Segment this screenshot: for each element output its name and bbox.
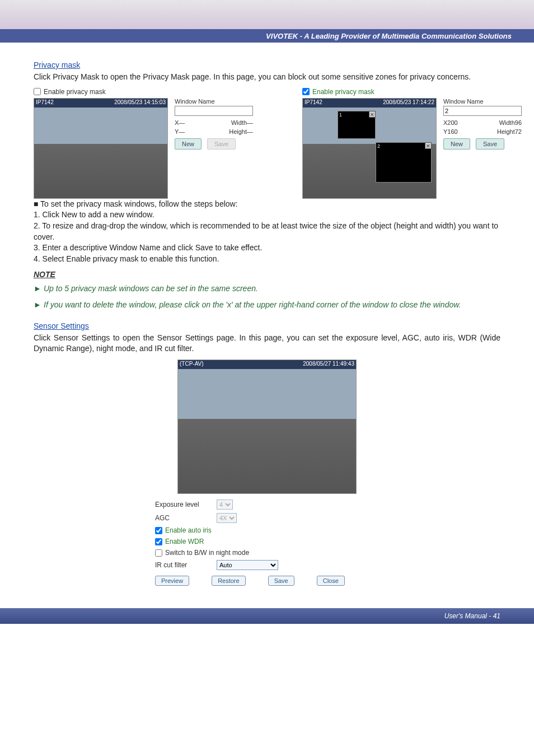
exposure-select[interactable]: 4	[217, 500, 233, 510]
save-button[interactable]: Save	[268, 576, 294, 586]
pm-w-left: Width—	[231, 119, 253, 126]
pm-timestamp-left: 2008/05/23 14:15:03	[114, 99, 166, 107]
pm-step-3: 3. Enter a descriptive Window Name and c…	[34, 242, 500, 254]
auto-iris-checkbox[interactable]	[155, 527, 162, 534]
auto-iris-label: Enable auto iris	[165, 526, 212, 534]
pm-step-2: 2. To resize and drag-drop the window, w…	[34, 221, 500, 242]
exposure-label: Exposure level	[155, 501, 217, 508]
mask-window-1[interactable]: 1 ✕	[338, 111, 376, 139]
pm-window-name-input-left[interactable]	[175, 106, 253, 116]
pm-step-2-text: 2. To resize and drag-drop the window, w…	[34, 221, 498, 241]
pm-window-name-input-right[interactable]	[443, 106, 522, 116]
sensor-video: (TCP-AV) 2008/05/27 11:49:43	[177, 360, 357, 494]
mask-2-label: 2	[377, 143, 380, 149]
pm-cam-name-right: IP7142	[305, 99, 322, 107]
sensor-form: Exposure level 4 AGC 4X Enable auto iris…	[155, 500, 379, 586]
pm-save-button-left[interactable]: Save	[207, 138, 236, 150]
pm-video-left: IP7142 2008/05/23 14:15:03	[34, 98, 168, 199]
pm-video-image-left	[34, 108, 167, 198]
pm-cam-name-left: IP7142	[36, 99, 54, 107]
pm-left-block: Enable privacy mask IP7142 2008/05/23 14…	[34, 88, 269, 199]
mask-1-label: 1	[339, 112, 342, 118]
enable-pm-checkbox-right[interactable]	[302, 88, 310, 95]
enable-pm-label-left: Enable privacy mask	[44, 88, 106, 96]
pm-window-name-label-left: Window Name	[175, 98, 253, 105]
restore-button[interactable]: Restore	[212, 576, 246, 586]
pm-timestamp-right: 2008/05/23 17:14:22	[383, 99, 434, 107]
ir-select[interactable]: Auto	[217, 560, 278, 570]
header-band	[0, 0, 534, 29]
pm-x-right: X200	[443, 119, 458, 126]
pm-x-left: X—	[175, 119, 185, 126]
pm-h-left: Height—	[229, 128, 253, 135]
pm-steps-lead: To set the privacy mask windows, follow …	[34, 199, 500, 210]
privacy-mask-title: Privacy mask	[34, 60, 500, 69]
pm-new-button-left[interactable]: New	[175, 138, 202, 150]
header-bar: VIVOTEK - A Leading Provider of Multimed…	[0, 29, 534, 43]
pm-controls-right: Window Name X200Width96 Y160Height72 New…	[443, 98, 522, 150]
agc-select[interactable]: 4X	[217, 513, 237, 523]
auto-iris-checkbox-row[interactable]: Enable auto iris	[155, 526, 379, 534]
note-2: If you want to delete the window, please…	[34, 300, 500, 310]
pm-steps: To set the privacy mask windows, follow …	[34, 199, 500, 265]
ir-label: IR cut filter	[155, 561, 217, 569]
enable-pm-checkbox-left[interactable]	[34, 88, 41, 95]
pm-y-right: Y160	[443, 128, 458, 135]
wdr-checkbox-row[interactable]: Enable WDR	[155, 538, 379, 545]
sensor-intro: Click Sensor Settings to open the Sensor…	[34, 333, 500, 354]
pm-controls-left: Window Name X—Width— Y—Height— New Save	[175, 98, 253, 150]
close-icon[interactable]: ✕	[425, 142, 432, 149]
sensor-cam-name: (TCP-AV)	[180, 361, 204, 368]
pm-h-right: Height72	[497, 128, 522, 135]
close-icon[interactable]: ✕	[369, 111, 376, 118]
pm-y-left: Y—	[175, 128, 185, 135]
privacy-mask-intro: Click Privacy Mask to open the Privacy M…	[34, 72, 500, 82]
enable-privacy-mask-right[interactable]: Enable privacy mask	[302, 88, 515, 96]
privacy-mask-panels: Enable privacy mask IP7142 2008/05/23 14…	[34, 88, 500, 199]
close-button[interactable]: Close	[317, 576, 345, 586]
bw-checkbox[interactable]	[155, 549, 162, 557]
pm-video-right: IP7142 2008/05/23 17:14:22 1 ✕ 2 ✕	[302, 98, 437, 199]
wdr-checkbox[interactable]	[155, 538, 162, 545]
enable-privacy-mask-left[interactable]: Enable privacy mask	[34, 88, 246, 96]
sensor-timestamp: 2008/05/27 11:49:43	[303, 361, 354, 368]
note-heading: NOTE	[34, 270, 500, 279]
pm-step-4: 4. Select Enable privacy mask to enable …	[34, 254, 500, 265]
sensor-block: (TCP-AV) 2008/05/27 11:49:43 Exposure le…	[34, 360, 500, 586]
footer-bar: User's Manual - 41	[0, 608, 534, 624]
sensor-settings-title: Sensor Settings	[34, 321, 500, 330]
pm-new-button-right[interactable]: New	[443, 138, 470, 150]
agc-label: AGC	[155, 514, 217, 522]
preview-button[interactable]: Preview	[155, 576, 189, 586]
pm-right-block: Enable privacy mask IP7142 2008/05/23 17…	[302, 88, 534, 199]
mask-window-2[interactable]: 2 ✕	[376, 142, 432, 183]
pm-step-1: 1. Click New to add a new window.	[34, 209, 500, 221]
note-1: Up to 5 privacy mask windows can be set …	[34, 283, 500, 294]
bw-label: Switch to B/W in night mode	[165, 549, 249, 557]
header-company-line: VIVOTEK - A Leading Provider of Multimed…	[266, 32, 512, 40]
bw-checkbox-row[interactable]: Switch to B/W in night mode	[155, 549, 379, 557]
enable-pm-label-right: Enable privacy mask	[312, 88, 374, 96]
page-content: Privacy mask Click Privacy Mask to open …	[0, 43, 534, 597]
footer-text: User's Manual - 41	[444, 612, 500, 620]
sensor-video-image	[178, 369, 356, 493]
wdr-label: Enable WDR	[165, 538, 204, 545]
pm-window-name-label-right: Window Name	[443, 98, 522, 105]
pm-w-right: Width96	[499, 119, 522, 126]
pm-save-button-right[interactable]: Save	[476, 138, 504, 150]
pm-video-image-right: 1 ✕ 2 ✕	[303, 108, 436, 198]
